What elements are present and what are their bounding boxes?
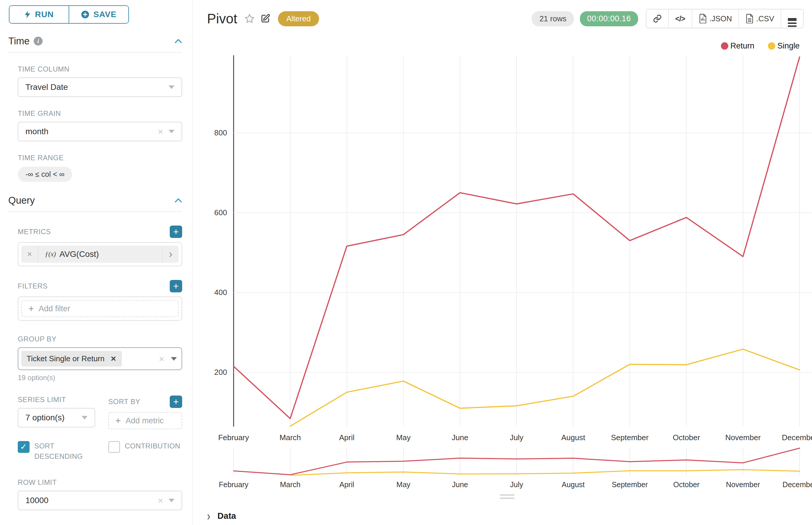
time-grain-label: TIME GRAIN [18,109,182,118]
time-column-select[interactable]: Travel Date [18,77,182,97]
hamburger-icon [788,18,797,19]
x-axis-tick-label: May [396,433,411,442]
x-axis-tick-label: July [510,433,523,442]
file-json-icon [699,14,707,24]
filters-label: FILTERS [18,282,48,290]
chevron-up-icon[interactable] [175,198,182,203]
control-panel: RUN SAVE Time i TIME COLUMN Travel Date … [0,0,193,525]
share-link-button[interactable] [646,10,669,28]
metrics-label: METRICS [18,228,51,236]
x-axis-tick-label: December [782,433,812,442]
save-button-label: SAVE [93,10,117,19]
minimap-x-label: September [612,480,648,489]
checkbox-checked-icon[interactable]: ✓ [18,441,30,453]
edit-pencil-icon[interactable] [260,14,270,24]
altered-badge[interactable]: Altered [278,11,319,26]
time-range-value[interactable]: -∞ ≤ col < ∞ [18,167,72,182]
row-limit-value: 10000 [26,496,48,505]
lightning-icon [24,10,31,19]
group-by-options-hint: 19 option(s) [18,374,182,382]
minimap-x-label: July [510,480,523,489]
time-section-header[interactable]: Time i [8,35,182,52]
sort-by-label: SORT BY [108,397,141,406]
more-options-menu-button[interactable] [781,10,803,28]
chevron-down-icon [171,357,177,361]
legend-dot-single [768,42,775,50]
series-line-single[interactable] [290,349,800,426]
export-csv-button[interactable]: .CSV [739,10,781,28]
time-range-label: TIME RANGE [18,154,182,162]
row-limit-select[interactable]: 10000 × [18,491,182,510]
plus-icon: + [28,304,34,313]
run-button[interactable]: RUN [10,6,69,23]
minimap-x-label: November [726,480,760,489]
group-by-tag[interactable]: Ticket Single or Return ✕ [21,351,122,366]
y-axis-tick-label: 600 [215,208,227,217]
remove-tag-icon[interactable]: ✕ [110,355,116,363]
y-axis-tick-label: 400 [215,288,227,297]
x-axis-tick-label: June [452,433,468,442]
chart-legend: Return Single [721,41,800,50]
checkbox-unchecked-icon[interactable] [108,441,120,453]
data-panel-label: Data [217,511,236,521]
add-filter-dropzone[interactable]: + Add filter [21,300,179,317]
run-save-button-group: RUN SAVE [9,5,129,24]
add-filter-button[interactable]: + [170,280,182,292]
sort-descending-checkbox-row[interactable]: ✓ SORT DESCENDING [18,441,95,462]
time-grain-select[interactable]: month × [18,122,182,141]
chevron-right-icon[interactable]: › [162,246,179,263]
y-axis-tick-label: 200 [215,368,227,377]
chevron-up-icon[interactable] [175,39,182,43]
plus-circle-icon [81,10,89,19]
legend-label-return: Return [730,41,754,50]
export-json-button[interactable]: .JSON [692,10,739,28]
embed-code-button[interactable]: </> [669,10,692,28]
time-grain-value: month [26,127,48,136]
metric-item[interactable]: × ƒ(x) AVG(Cost) › [21,246,179,263]
series-limit-select[interactable]: 7 option(s) [18,408,95,427]
chevron-down-icon [82,416,88,419]
group-by-select[interactable]: Ticket Single or Return ✕ × [18,347,182,370]
save-button[interactable]: SAVE [69,6,128,23]
filters-container: + Add filter [18,297,182,321]
minimap-x-label: March [280,480,300,489]
series-limit-label: SERIES LIMIT [18,395,66,404]
query-section-header[interactable]: Query [8,195,182,212]
x-axis-tick-label: November [725,433,761,442]
add-sort-metric-dropzone[interactable]: + Add metric [108,412,182,429]
x-axis-tick-label: February [218,433,249,442]
x-axis-tick-label: April [339,433,355,442]
export-csv-label: .CSV [756,14,774,24]
time-column-value: Travel Date [26,82,68,92]
run-button-label: RUN [35,10,54,19]
chart-title: Pivot [207,11,237,27]
add-metric-label: Add metric [126,416,164,425]
legend-item-return[interactable]: Return [721,41,754,50]
add-filter-label: Add filter [39,304,70,313]
panel-resize-handle[interactable] [500,494,515,501]
chevron-down-icon [168,499,175,502]
favorite-star-icon[interactable] [244,13,255,24]
x-axis-tick-label: August [561,433,586,442]
query-section-title: Query [8,195,35,206]
remove-metric-icon[interactable]: × [21,246,39,263]
function-icon: ƒ(x) [45,250,56,258]
legend-item-single[interactable]: Single [768,41,800,50]
clear-icon[interactable]: × [158,496,163,505]
add-metric-button[interactable]: + [170,226,182,238]
series-limit-value: 7 option(s) [26,413,64,422]
link-icon [653,14,662,23]
info-icon: i [34,37,43,46]
add-sort-metric-button[interactable]: + [170,395,182,408]
export-toolbar: </> .JSON .CSV [646,9,804,28]
data-panel-toggle[interactable]: › Data [207,510,236,522]
x-axis-tick-label: September [611,433,649,442]
clear-icon[interactable]: × [158,127,163,136]
contribution-label: CONTRIBUTION [125,442,180,450]
clear-icon[interactable]: × [159,354,164,364]
contribution-checkbox-row[interactable]: CONTRIBUTION [108,441,182,462]
export-json-label: .JSON [709,14,732,24]
metric-name: AVG(Cost) [59,250,99,259]
chart-header: Pivot Altered 21 rows 00:00:00.16 </> .J… [193,0,812,35]
x-axis-tick-label: March [279,433,301,442]
